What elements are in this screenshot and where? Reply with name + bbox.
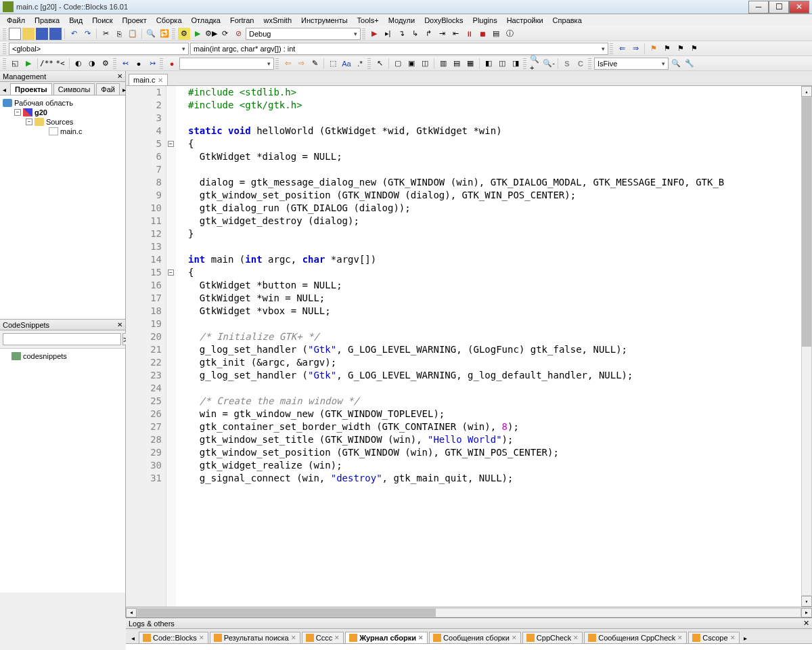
vertical-scrollbar[interactable]: ▴ ▾ — [801, 86, 812, 607]
scroll-down-icon[interactable]: ▾ — [801, 596, 812, 607]
align-c-icon[interactable]: ◫ — [496, 58, 508, 70]
uncomment-icon[interactable]: *< — [54, 58, 66, 70]
logtab-close-icon[interactable]: ✕ — [418, 634, 424, 641]
nav-forward-icon[interactable]: ⇒ — [629, 43, 641, 55]
tab-scroll-left-icon[interactable]: ◂ — [0, 85, 9, 95]
bookmark-next-icon[interactable]: ⚑ — [675, 43, 687, 55]
editor-tab-main[interactable]: main.c ✕ — [129, 74, 168, 85]
dialog-icon[interactable]: ▣ — [405, 58, 418, 70]
sizer-h-icon[interactable]: ▥ — [437, 58, 449, 70]
logtab-scroll-right-icon[interactable]: ▸ — [741, 633, 750, 643]
jump-back-icon[interactable]: ↢ — [119, 58, 131, 70]
save-all-icon[interactable] — [49, 28, 62, 40]
jump-mark-icon[interactable]: ● — [133, 58, 145, 70]
pointer-icon[interactable]: ↖ — [374, 58, 386, 70]
case-icon[interactable]: Aa — [340, 58, 353, 70]
code-text[interactable]: #include <stdlib.h>#include <gtk/gtk.h> … — [176, 86, 801, 607]
sizer-g-icon[interactable]: ▦ — [464, 58, 476, 70]
bookmark-prev-icon[interactable]: ⚑ — [661, 43, 673, 55]
logtab-close-icon[interactable]: ✕ — [677, 634, 683, 641]
logtab-close-icon[interactable]: ✕ — [334, 634, 340, 641]
align-l-icon[interactable]: ◧ — [482, 58, 495, 70]
tab-files[interactable]: Фай — [96, 83, 120, 95]
debug-run-icon[interactable]: ▶ — [368, 28, 380, 40]
record-icon[interactable]: ● — [166, 58, 178, 70]
tab-close-icon[interactable]: ✕ — [158, 77, 163, 84]
build-icon[interactable]: ⚙ — [178, 28, 190, 40]
toolbar-grip[interactable] — [3, 58, 6, 69]
logtab-scroll-left-icon[interactable]: ◂ — [129, 633, 137, 643]
toolbar-grip[interactable] — [3, 28, 6, 39]
undo-icon[interactable]: ↶ — [68, 28, 80, 40]
fold-toggle-icon[interactable]: − — [168, 141, 174, 147]
abort-icon[interactable]: ⊘ — [232, 28, 244, 40]
log-tab[interactable]: Cscope✕ — [688, 632, 739, 643]
build-run-icon[interactable]: ⚙▶ — [205, 28, 217, 40]
jump-fwd-icon[interactable]: ↣ — [146, 58, 158, 70]
menu-отладка[interactable]: Отладка — [187, 16, 225, 25]
toolbar-grip[interactable] — [523, 58, 526, 69]
logs-close-icon[interactable]: ✕ — [803, 619, 809, 628]
menu-поиск[interactable]: Поиск — [88, 16, 116, 25]
tab-symbols[interactable]: Символы — [53, 83, 95, 95]
log-tab[interactable]: Сообщения CppCheck✕ — [584, 632, 687, 643]
tab-projects[interactable]: Проекты — [10, 83, 52, 95]
step-out-icon[interactable]: ↱ — [422, 28, 434, 40]
log-tab[interactable]: Cccc✕ — [302, 632, 344, 643]
next-line-icon[interactable]: ↴ — [395, 28, 407, 40]
log-tab[interactable]: Результаты поиска✕ — [210, 632, 300, 643]
vscroll-thumb[interactable] — [802, 98, 811, 347]
hscroll-thumb[interactable] — [137, 609, 436, 617]
toolbar-grip[interactable] — [3, 43, 6, 54]
settings-icon[interactable]: ⚙ — [99, 58, 112, 70]
logtab-close-icon[interactable]: ✕ — [291, 634, 296, 641]
menu-проект[interactable]: Проект — [118, 16, 151, 25]
scroll-up-icon[interactable]: ▴ — [801, 86, 812, 97]
next-icon[interactable]: ⇨ — [295, 58, 307, 70]
menu-doxyblocks[interactable]: DoxyBlocks — [420, 16, 467, 25]
logtab-close-icon[interactable]: ✕ — [573, 634, 579, 641]
menu-wxsmith[interactable]: wxSmith — [259, 16, 296, 25]
log-tab[interactable]: Сообщения сборки✕ — [429, 632, 521, 643]
tree-project[interactable]: − g20 — [3, 108, 122, 117]
menu-fortran[interactable]: Fortran — [226, 16, 258, 25]
paste-icon[interactable]: 📋 — [127, 28, 139, 40]
panel-icon[interactable]: ◫ — [419, 58, 431, 70]
tree-file-main[interactable]: main.c — [3, 127, 122, 136]
search-combo[interactable]: ▾ — [179, 58, 274, 70]
snippets-search-input[interactable] — [3, 333, 121, 345]
log-tab[interactable]: Журнал сборки✕ — [345, 632, 428, 643]
toolbar-grip[interactable] — [367, 58, 371, 69]
redo-icon[interactable]: ↷ — [81, 28, 93, 40]
rebuild-icon[interactable]: ⟳ — [219, 28, 231, 40]
zoom-in-icon[interactable]: 🔍+ — [529, 58, 541, 70]
logtab-close-icon[interactable]: ✕ — [512, 634, 517, 641]
bookmark-clear-icon[interactable]: ⚑ — [688, 43, 700, 55]
tree-collapse-icon[interactable]: − — [14, 109, 21, 116]
management-close-icon[interactable]: ✕ — [117, 72, 122, 80]
stop-icon[interactable]: ⏹ — [476, 28, 489, 40]
break-icon[interactable]: ⏸ — [463, 28, 475, 40]
function-combo[interactable]: main(int argc, char* argv[]) : int▾ — [190, 43, 608, 55]
step-into-icon[interactable]: ↳ — [409, 28, 421, 40]
menu-вид[interactable]: Вид — [65, 16, 87, 25]
toolbar-grip[interactable] — [275, 58, 279, 69]
fold-toggle-icon[interactable]: − — [168, 269, 174, 276]
comment-icon[interactable]: /** — [41, 58, 53, 70]
highlight-icon[interactable]: ✎ — [309, 58, 321, 70]
build-target-combo[interactable]: Debug▾ — [246, 28, 361, 40]
search-go-icon[interactable]: 🔍 — [670, 58, 682, 70]
next-instr-icon[interactable]: ⇥ — [436, 28, 448, 40]
step-instr-icon[interactable]: ⇤ — [449, 28, 461, 40]
replace-icon[interactable]: 🔁 — [158, 28, 171, 40]
source-icon[interactable]: S — [561, 58, 573, 70]
run-script-icon[interactable]: ▶ — [22, 58, 35, 70]
horizontal-scrollbar[interactable]: ◂ ▸ — [126, 607, 812, 618]
open-file-icon[interactable] — [22, 28, 35, 40]
toolbar-grip[interactable] — [160, 58, 163, 69]
tree-sources[interactable]: − Sources — [3, 117, 122, 127]
select-word-icon[interactable]: ⬚ — [327, 58, 339, 70]
sizer-v-icon[interactable]: ▤ — [451, 58, 463, 70]
log-tab[interactable]: Code::Blocks✕ — [139, 632, 208, 643]
toolbar-grip[interactable] — [610, 43, 613, 54]
